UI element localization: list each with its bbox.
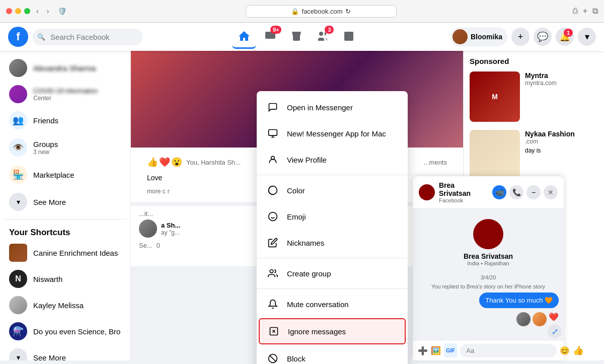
science-avatar: ⚗️ xyxy=(9,322,27,340)
menu-open-messenger[interactable]: Open in Messenger xyxy=(257,94,408,120)
url-display[interactable]: 🔒 facebook.com ↻ xyxy=(246,5,397,18)
sidebar-shortcut-canine[interactable]: Canine Enrichment Ideas xyxy=(4,240,126,266)
ignore-icon xyxy=(266,323,282,339)
sidebar-shortcut-niswarth[interactable]: N Niswarth xyxy=(4,266,126,292)
mute-icon xyxy=(265,296,281,312)
view-profile-icon xyxy=(265,152,281,168)
messenger-name-wrap: Brea Srivatsan Facebook xyxy=(439,181,488,203)
forward-button[interactable]: › xyxy=(45,6,51,16)
facebook-logo[interactable]: f xyxy=(8,27,28,47)
ad-myntra[interactable]: M Myntra myntra.com xyxy=(470,71,598,122)
watch-badge: 9+ xyxy=(270,26,282,34)
messenger-minimize-btn[interactable]: − xyxy=(526,185,541,199)
kayley-label: Kayley Melissa xyxy=(33,301,84,310)
menu-color[interactable]: Color xyxy=(257,177,408,203)
msg-input[interactable] xyxy=(460,344,557,357)
sidebar-shortcut-science[interactable]: ⚗️ Do you even Science, Bro xyxy=(4,318,126,344)
windows-icon[interactable]: ⧉ xyxy=(592,7,598,16)
share-icon[interactable]: ⎙ xyxy=(573,7,578,16)
add-tab-icon[interactable]: + xyxy=(583,7,587,16)
sidebar-item-groups[interactable]: 👁️ Groups 3 new xyxy=(4,134,126,161)
sidebar-friends-label: Friends xyxy=(33,116,58,125)
menu-block[interactable]: Block xyxy=(257,345,408,364)
menu-create-group[interactable]: Create group xyxy=(257,260,408,286)
search-input[interactable] xyxy=(32,29,143,45)
see-more-bottom-button[interactable]: ▾ See More xyxy=(4,344,126,360)
myntra-name: Myntra xyxy=(525,71,557,80)
notifications-button[interactable]: 🔔 1 xyxy=(556,28,574,46)
sidebar-item-marketplace[interactable]: 🏪 Marketplace xyxy=(4,162,126,188)
sidebar-item-friends[interactable]: 👥 Friends xyxy=(4,107,126,133)
back-button[interactable]: ‹ xyxy=(34,6,41,16)
profile-button[interactable]: Bloomika xyxy=(450,27,507,46)
see-more-bottom-label: See More xyxy=(33,353,66,361)
msg-reply-text: You replied to Brea's story on her iPhon… xyxy=(418,283,559,289)
pages-nav-button[interactable] xyxy=(337,25,361,49)
msg-image-btn[interactable]: 🖼️ xyxy=(431,343,441,357)
messenger-phone-call-btn[interactable]: 📞 xyxy=(509,185,523,199)
minimize-button[interactable] xyxy=(15,8,21,14)
address-bar[interactable]: 🔒 facebook.com ↻ xyxy=(73,5,568,18)
sidebar-profile-name: Alexandra Sharma xyxy=(33,64,96,72)
svg-rect-2 xyxy=(344,32,353,41)
refresh-icon[interactable]: ↻ xyxy=(345,8,351,15)
messenger-video-call-btn[interactable]: 📹 xyxy=(492,185,506,199)
marketplace-icon: 🏪 xyxy=(9,166,27,184)
sponsored-title: Sponsored xyxy=(470,57,598,65)
second-author-avatar xyxy=(139,220,157,238)
see-text: Se... xyxy=(139,242,153,249)
sidebar-shortcut-kayley[interactable]: Kayley Melissa xyxy=(4,292,126,318)
block-icon xyxy=(265,350,281,364)
svg-rect-3 xyxy=(269,130,277,136)
create-button[interactable]: + xyxy=(511,28,530,46)
nykaa-image xyxy=(470,130,520,180)
msg-expand-btn[interactable]: ⤢ xyxy=(548,324,562,338)
msg-emoji-btn[interactable]: 😊 xyxy=(560,343,570,357)
nykaa-url: .com xyxy=(525,138,575,145)
msg-reactions: ❤️ xyxy=(418,312,559,328)
canine-avatar xyxy=(9,244,27,262)
like-reaction: 👍 xyxy=(147,157,158,168)
ignore-label: Ignore messages xyxy=(288,327,346,336)
messenger-footer: ➕ 🖼️ GIF 😊 👍 ⤢ xyxy=(413,340,564,360)
msg-contact-name: Brea Srivatsan xyxy=(464,252,513,260)
menu-mute[interactable]: Mute conversation xyxy=(257,291,408,317)
groups-icon: 👁️ xyxy=(9,138,27,157)
niswarth-avatar: N xyxy=(9,270,27,288)
watch-nav-button[interactable]: 9+ xyxy=(258,25,282,49)
msg-gif-btn[interactable]: GIF xyxy=(444,343,457,357)
url-text: facebook.com xyxy=(302,8,343,15)
menu-view-profile[interactable]: View Profile xyxy=(257,147,408,173)
messenger-button[interactable]: 💬 xyxy=(534,28,552,46)
msg-like-btn[interactable]: 👍 xyxy=(573,345,584,356)
second-author-name: a Sh... xyxy=(161,222,180,229)
messenger-popup: Brea Srivatsan Facebook 📹 📞 − ✕ Brea Sri… xyxy=(413,176,564,360)
messenger-close-btn[interactable]: ✕ xyxy=(544,185,558,199)
close-button[interactable] xyxy=(6,8,12,14)
svg-point-9 xyxy=(270,270,273,273)
svg-point-6 xyxy=(269,212,277,221)
marketplace-nav-button[interactable] xyxy=(284,25,309,49)
profile-name: Bloomika xyxy=(471,33,502,41)
see-more-button[interactable]: ▾ See More xyxy=(4,189,126,215)
myntra-image: M xyxy=(470,71,520,122)
new-app-label: New! Messenger App for Mac xyxy=(287,129,386,138)
nav-center: 9+ 3 xyxy=(147,25,446,49)
menu-ignore-messages[interactable]: Ignore messages xyxy=(259,318,406,344)
menu-new-messenger-app[interactable]: New! Messenger App for Mac xyxy=(257,120,408,147)
ad-nykaa[interactable]: Nykaa Fashion .com day is xyxy=(470,130,598,180)
messenger-header-btns: 📹 📞 − ✕ xyxy=(492,185,558,199)
friends-nav-button[interactable]: 3 xyxy=(311,25,335,49)
sidebar-groups-label: Groups xyxy=(33,140,58,149)
second-author-info: a Sh... ay "g... xyxy=(161,222,180,236)
account-menu-button[interactable]: ▾ xyxy=(578,28,596,46)
maximize-button[interactable] xyxy=(24,8,30,14)
sidebar-covid-item[interactable]: COVID-19 information Center xyxy=(4,81,126,107)
menu-emoji[interactable]: Emoji xyxy=(257,203,408,230)
msg-plus-btn[interactable]: ➕ xyxy=(418,343,428,357)
menu-nicknames[interactable]: Nicknames xyxy=(257,230,408,256)
sidebar-profile[interactable]: Alexandra Sharma xyxy=(4,55,126,81)
reactions: 👍 ❤️ 😮 xyxy=(147,157,182,168)
home-nav-button[interactable] xyxy=(232,25,256,49)
sidebar-profile-avatar xyxy=(9,59,27,77)
